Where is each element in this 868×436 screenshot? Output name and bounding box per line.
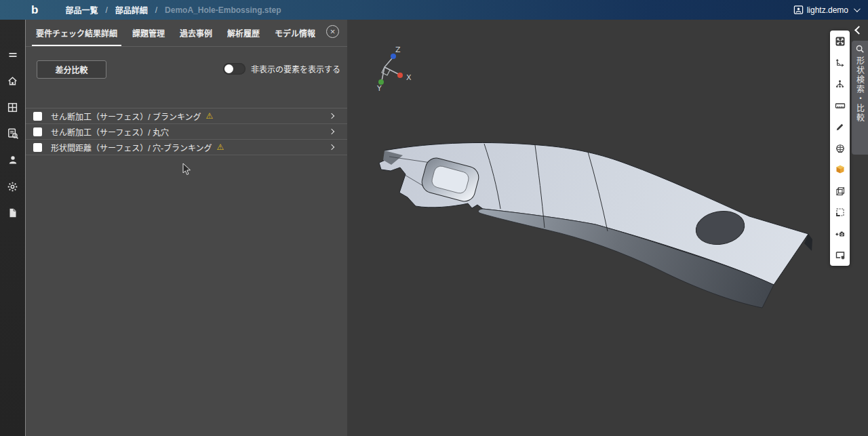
left-sidebar xyxy=(0,20,25,436)
viewport-3d[interactable]: Z X Y xyxy=(347,20,868,436)
wireframe-cube-button[interactable] xyxy=(830,185,850,197)
breadcrumb-separator: / xyxy=(155,5,157,15)
select-area-button[interactable] xyxy=(830,206,850,218)
viewport-settings-icon xyxy=(835,250,846,260)
user-card-icon xyxy=(793,5,804,15)
tab-issue-management[interactable]: 課題管理 xyxy=(128,27,169,46)
breadcrumb-parts-list[interactable]: 部品一覧 xyxy=(65,4,98,16)
breadcrumb-current-file: DemoA_Hole-Embossing.step xyxy=(165,5,281,15)
grid-icon xyxy=(7,102,18,113)
user-menu[interactable]: lightz.demo xyxy=(793,0,859,20)
sidebar-item-document[interactable] xyxy=(0,203,25,223)
fit-view-button[interactable] xyxy=(830,35,850,47)
section-sphere-button[interactable] xyxy=(830,142,850,155)
show-hidden-toggle[interactable] xyxy=(223,63,245,75)
x-axis-label: X xyxy=(406,73,412,82)
row-checkbox[interactable] xyxy=(33,127,42,136)
show-hidden-toggle-label: 非表示の要素を表示する xyxy=(251,63,340,75)
toggle-knob xyxy=(224,64,233,73)
select-area-icon xyxy=(835,207,846,218)
app-logo[interactable]: b xyxy=(31,0,38,20)
snapshot-camera-icon xyxy=(835,229,846,239)
warning-icon: ⚠ xyxy=(206,111,214,121)
sidebar-item-document-search[interactable] xyxy=(0,123,25,144)
panel-tab-bar: 要件チェック結果詳細 課題管理 過去事例 解析履歴 モデル情報 × xyxy=(26,20,347,47)
section-sphere-icon xyxy=(835,143,846,154)
diff-compare-button[interactable]: 差分比較 xyxy=(37,60,106,79)
measure-angle-icon xyxy=(835,58,845,68)
menu-icon xyxy=(7,49,18,60)
breadcrumb-separator: / xyxy=(105,5,107,15)
pencil-button[interactable] xyxy=(830,121,850,133)
wireframe-cube-icon xyxy=(835,186,846,197)
row-label: 形状間距離（サーフェス）/ 穴-ブランキング xyxy=(51,142,212,153)
z-axis-label: Z xyxy=(395,45,401,54)
home-icon xyxy=(7,75,18,87)
document-icon xyxy=(7,207,18,218)
check-result-list: せん断加工（サーフェス）/ ブランキング ⚠ せん断加工（サーフェス）/ 丸穴 … xyxy=(26,108,347,155)
row-checkbox[interactable] xyxy=(33,112,42,121)
x-axis-dot xyxy=(397,73,403,78)
warning-icon: ⚠ xyxy=(217,142,224,152)
sidebar-item-settings[interactable] xyxy=(0,176,25,197)
row-label: せん断加工（サーフェス）/ ブランキング xyxy=(51,111,201,122)
tab-analysis-history[interactable]: 解析履歴 xyxy=(223,27,264,46)
panel-controls: 差分比較 非表示の要素を表示する xyxy=(26,47,347,97)
check-results-panel: 要件チェック結果詳細 課題管理 過去事例 解析履歴 モデル情報 × 差分比較 非… xyxy=(26,20,347,436)
sidebar-item-menu[interactable] xyxy=(0,45,25,65)
check-row-blanking[interactable]: せん断加工（サーフェス）/ ブランキング ⚠ xyxy=(26,108,347,124)
shape-search-tab-label: 形状検索・比較 xyxy=(854,56,866,123)
tree-icon xyxy=(835,79,845,90)
ruler-icon xyxy=(835,100,846,111)
ruler-button[interactable] xyxy=(830,100,850,112)
check-row-hole-blanking[interactable]: 形状間距離（サーフェス）/ 穴-ブランキング ⚠ xyxy=(26,140,347,155)
sidebar-item-grid[interactable] xyxy=(0,97,25,117)
solid-cube-button[interactable] xyxy=(830,163,850,176)
viewer-toolbar xyxy=(830,31,850,266)
tab-past-cases[interactable]: 過去事例 xyxy=(176,27,216,46)
document-search-icon xyxy=(7,127,19,140)
measure-angle-button[interactable] xyxy=(830,57,850,69)
sidebar-item-home[interactable] xyxy=(0,71,25,91)
breadcrumb: 部品一覧 / 部品詳細 / DemoA_Hole-Embossing.step xyxy=(65,4,281,16)
chevron-right-icon[interactable] xyxy=(329,129,334,134)
gear-icon xyxy=(7,181,18,193)
row-checkbox[interactable] xyxy=(33,143,42,152)
fit-view-icon xyxy=(835,36,846,47)
axes-gizmo[interactable]: Z X Y xyxy=(376,45,412,93)
solid-cube-icon xyxy=(835,164,846,175)
search-icon xyxy=(855,44,865,54)
chevron-right-icon[interactable] xyxy=(329,144,334,150)
user-icon xyxy=(7,155,18,165)
top-bar: b 部品一覧 / 部品詳細 / DemoA_Hole-Embossing.ste… xyxy=(0,0,868,20)
sidebar-item-user[interactable] xyxy=(0,150,25,170)
check-row-round-hole[interactable]: せん断加工（サーフェス）/ 丸穴 xyxy=(26,124,347,140)
viewport-settings-button[interactable] xyxy=(830,249,850,261)
sidebar-panel-divider xyxy=(25,20,26,436)
model-canvas: Z X Y xyxy=(347,20,868,436)
y-axis-label: Y xyxy=(376,84,382,93)
tree-structure-button[interactable] xyxy=(830,78,850,90)
row-label: せん断加工（サーフェス）/ 丸穴 xyxy=(51,126,169,138)
chevron-down-icon xyxy=(854,5,861,12)
sheet-metal-part xyxy=(379,142,812,308)
chevron-right-icon[interactable] xyxy=(329,113,334,119)
tab-model-info[interactable]: モデル情報 xyxy=(271,27,319,46)
shape-search-tab[interactable]: 形状検索・比較 xyxy=(852,41,868,155)
close-panel-button[interactable]: × xyxy=(326,25,339,38)
user-name: lightz.demo xyxy=(807,5,848,15)
tab-requirement-check-results[interactable]: 要件チェック結果詳細 xyxy=(32,27,121,46)
breadcrumb-part-detail[interactable]: 部品詳細 xyxy=(115,4,148,16)
pencil-icon xyxy=(835,122,845,132)
snapshot-camera-button[interactable] xyxy=(830,228,850,240)
z-axis-dot xyxy=(391,54,396,59)
